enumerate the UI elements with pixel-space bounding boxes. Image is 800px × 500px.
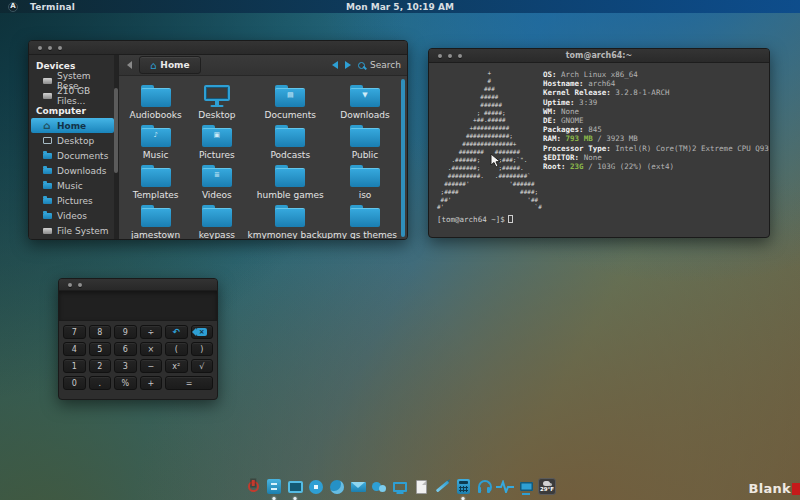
sidebar-item-pictures[interactable]: Pictures: [31, 193, 114, 208]
file-item-videos[interactable]: ≣Videos: [186, 163, 247, 200]
file-manager-titlebar[interactable]: [29, 41, 407, 55]
calc-button-label: 9: [123, 328, 128, 337]
calc-button-5[interactable]: 5: [89, 342, 112, 356]
terminal-titlebar[interactable]: tom@arch64:~: [429, 49, 769, 63]
dock-calculator[interactable]: [454, 477, 473, 496]
file-item-kmymoney-backup[interactable]: kmymoney backup: [247, 203, 333, 240]
calc-button-[interactable]: %: [114, 376, 137, 390]
sidebar-item-210-gb-files[interactable]: 210 GB Files...: [31, 88, 114, 103]
dock-system-monitor[interactable]: [496, 477, 515, 496]
terminal-output[interactable]: + # ### ##### ###### ; #####; +##.##### …: [429, 63, 769, 238]
calc-button-[interactable]: (: [165, 342, 188, 356]
calc-button-[interactable]: ×: [140, 342, 163, 356]
calc-button-2[interactable]: 2: [89, 359, 112, 373]
file-item-desktop[interactable]: Desktop: [186, 83, 247, 120]
dock-chat[interactable]: [370, 477, 389, 496]
file-item-keypass[interactable]: keypass: [186, 203, 247, 240]
calculator-titlebar[interactable]: [59, 279, 217, 291]
file-item-humble-games[interactable]: humble games: [247, 163, 333, 200]
window-button[interactable]: [68, 283, 72, 287]
breadcrumb-home-button[interactable]: ⌂ Home: [139, 56, 201, 74]
calc-button-label: 2: [97, 362, 102, 371]
dock-display[interactable]: [517, 477, 536, 496]
calc-button-[interactable]: ÷: [140, 325, 163, 339]
calc-button-[interactable]: ): [191, 342, 214, 356]
file-item-music[interactable]: ♪Music: [125, 123, 186, 160]
sidebar-item-desktop[interactable]: Desktop: [31, 133, 114, 148]
sidebar-scrollbar[interactable]: [114, 55, 118, 240]
file-item-pictures[interactable]: ▣Pictures: [186, 123, 247, 160]
folder-emblem: ▣: [202, 132, 232, 139]
dock-screen[interactable]: [391, 477, 410, 496]
forward-icon[interactable]: [345, 61, 351, 69]
window-button[interactable]: [458, 54, 462, 58]
folder-icon: [43, 153, 52, 159]
activities-button[interactable]: A: [8, 2, 18, 12]
file-item-public[interactable]: Public: [333, 123, 397, 160]
window-button[interactable]: [78, 283, 82, 287]
dock-headphones[interactable]: [475, 477, 494, 496]
sidebar-item-home[interactable]: Home: [31, 118, 114, 133]
calculator-icon: [457, 479, 470, 494]
calc-button-[interactable]: −: [140, 359, 163, 373]
calc-button-undo[interactable]: ↶: [165, 325, 188, 339]
window-button[interactable]: [48, 46, 52, 50]
sidebar-item-file-system[interactable]: File System: [31, 223, 114, 238]
info-label: Uptime:: [543, 98, 575, 107]
sidebar-item-downloads[interactable]: Downloads: [31, 163, 114, 178]
file-item-my-gs-themes[interactable]: my gs themes: [333, 203, 397, 240]
dock-terminal[interactable]: [286, 477, 305, 496]
window-button[interactable]: [438, 54, 442, 58]
dock-text-editor[interactable]: [412, 477, 431, 496]
clock[interactable]: Mon Mar 5, 10:19 AM: [0, 2, 800, 12]
calc-button-3[interactable]: 3: [114, 359, 137, 373]
calc-button-label: ÷: [147, 328, 154, 337]
file-item-jamestown[interactable]: jamestown: [125, 203, 186, 240]
search-label[interactable]: Search: [370, 60, 401, 70]
dock-file-manager[interactable]: [265, 477, 284, 496]
calc-button-0[interactable]: 0: [63, 376, 86, 390]
window-button[interactable]: [38, 46, 42, 50]
backspace-icon: ×: [196, 328, 207, 336]
calc-button-label: ): [200, 345, 203, 354]
sidebar-item-documents[interactable]: Documents: [31, 148, 114, 163]
calc-button-[interactable]: √: [191, 359, 214, 373]
info-value: 845: [584, 125, 602, 134]
search-icon[interactable]: [358, 62, 365, 69]
calc-button-backspace[interactable]: ×: [191, 325, 214, 339]
file-item-templates[interactable]: Templates: [125, 163, 186, 200]
calc-button-x[interactable]: x²: [165, 359, 188, 373]
calc-button-[interactable]: =: [165, 376, 213, 390]
sidebar-item-videos[interactable]: Videos: [31, 208, 114, 223]
calc-button-4[interactable]: 4: [63, 342, 86, 356]
dock-mail[interactable]: [349, 477, 368, 496]
scrollbar-thumb[interactable]: [114, 88, 118, 173]
dock-firefox[interactable]: [328, 477, 347, 496]
dock-chromium[interactable]: [307, 477, 326, 496]
calc-button-9[interactable]: 9: [114, 325, 137, 339]
file-item-documents[interactable]: ▤Documents: [247, 83, 333, 120]
calc-button-7[interactable]: 7: [63, 325, 86, 339]
calc-button-8[interactable]: 8: [89, 325, 112, 339]
file-item-podcasts[interactable]: Podcasts: [247, 123, 333, 160]
dock-power[interactable]: [244, 477, 263, 496]
folder-body: [141, 168, 171, 187]
content-scrollbar[interactable]: [401, 79, 405, 237]
file-item-downloads[interactable]: ▼Downloads: [333, 83, 397, 120]
collapse-sidebar-icon[interactable]: [127, 61, 132, 69]
file-item-audiobooks[interactable]: Audiobooks: [125, 83, 186, 120]
folder-icon: [43, 198, 52, 204]
window-button[interactable]: [448, 54, 452, 58]
calc-button-6[interactable]: 6: [114, 342, 137, 356]
dock-pen[interactable]: [433, 477, 452, 496]
calc-button-[interactable]: +: [140, 376, 163, 390]
dock-weather[interactable]: 29°F: [538, 477, 557, 496]
back-icon[interactable]: [332, 61, 338, 69]
sidebar-item-music[interactable]: Music: [31, 178, 114, 193]
calc-button-[interactable]: .: [89, 376, 112, 390]
calc-button-1[interactable]: 1: [63, 359, 86, 373]
file-item-iso[interactable]: iso: [333, 163, 397, 200]
sidebar-item-trash[interactable]: Trash: [31, 238, 114, 240]
active-app-menu[interactable]: Terminal: [30, 2, 75, 12]
window-button[interactable]: [58, 46, 62, 50]
